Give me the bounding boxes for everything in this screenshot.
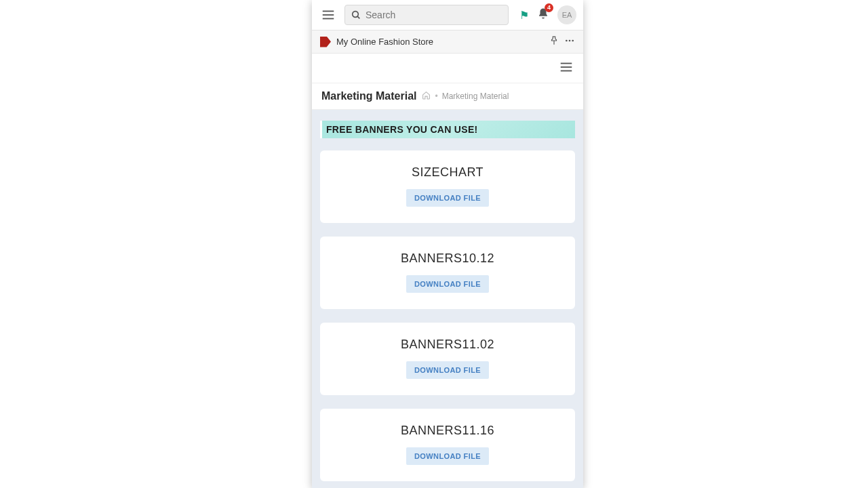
pin-button[interactable] [549, 36, 559, 47]
flag-icon[interactable]: ⚑ [519, 9, 529, 22]
submenu-button[interactable] [559, 60, 574, 77]
free-banners-heading: FREE BANNERS YOU CAN USE! [320, 121, 575, 138]
download-button[interactable]: DOWNLOAD FILE [406, 361, 489, 379]
download-card: SIZECHART DOWNLOAD FILE [320, 150, 575, 223]
menu-button[interactable] [319, 5, 338, 24]
search-icon [351, 9, 361, 20]
page-header: Marketing Material • Marketing Material [312, 83, 583, 110]
breadcrumb-separator: • [435, 92, 437, 101]
search-box[interactable] [344, 5, 509, 25]
download-card: BANNERS11.16 DOWNLOAD FILE [320, 409, 575, 481]
top-bar: ⚑ 4 EA [312, 0, 583, 30]
download-button[interactable]: DOWNLOAD FILE [406, 447, 489, 465]
top-icons: ⚑ 4 EA [519, 5, 576, 24]
download-button[interactable]: DOWNLOAD FILE [406, 275, 489, 293]
avatar[interactable]: EA [557, 5, 576, 24]
page-title: Marketing Material [321, 90, 416, 102]
card-title: BANNERS10.12 [327, 251, 568, 266]
card-title: BANNERS11.02 [327, 338, 568, 352]
sub-header [312, 54, 583, 83]
store-name: My Online Fashion Store [336, 37, 433, 47]
breadcrumb: • Marketing Material [422, 91, 509, 102]
store-tag-icon [320, 37, 331, 47]
app-frame: ⚑ 4 EA My Online Fashion Store Marketing… [312, 0, 583, 488]
card-title: SIZECHART [327, 165, 568, 180]
content-scroll[interactable]: Marketing Material • Marketing Material … [312, 54, 583, 488]
card-title: BANNERS11.16 [327, 424, 568, 438]
content-area: FREE BANNERS YOU CAN USE! SIZECHART DOWN… [312, 110, 583, 488]
notification-badge: 4 [545, 3, 553, 12]
home-crumb[interactable] [422, 91, 431, 102]
svg-point-8 [572, 40, 574, 42]
more-icon [564, 35, 575, 46]
download-card: BANNERS11.02 DOWNLOAD FILE [320, 323, 575, 395]
download-button[interactable]: DOWNLOAD FILE [406, 189, 489, 207]
more-button[interactable] [564, 35, 575, 48]
home-icon [422, 91, 431, 100]
notifications-button[interactable]: 4 [537, 7, 549, 22]
free-banners-label: FREE BANNERS YOU CAN USE! [326, 124, 478, 135]
pin-icon [549, 36, 559, 45]
svg-point-7 [569, 40, 571, 42]
search-input[interactable] [366, 9, 502, 20]
svg-point-6 [566, 40, 568, 42]
breadcrumb-current[interactable]: Marketing Material [442, 92, 509, 101]
svg-line-4 [357, 16, 359, 18]
download-card: BANNERS10.12 DOWNLOAD FILE [320, 237, 575, 309]
store-bar: My Online Fashion Store [312, 30, 583, 54]
submenu-icon [559, 60, 574, 75]
menu-icon [321, 7, 336, 22]
svg-point-3 [353, 12, 359, 18]
